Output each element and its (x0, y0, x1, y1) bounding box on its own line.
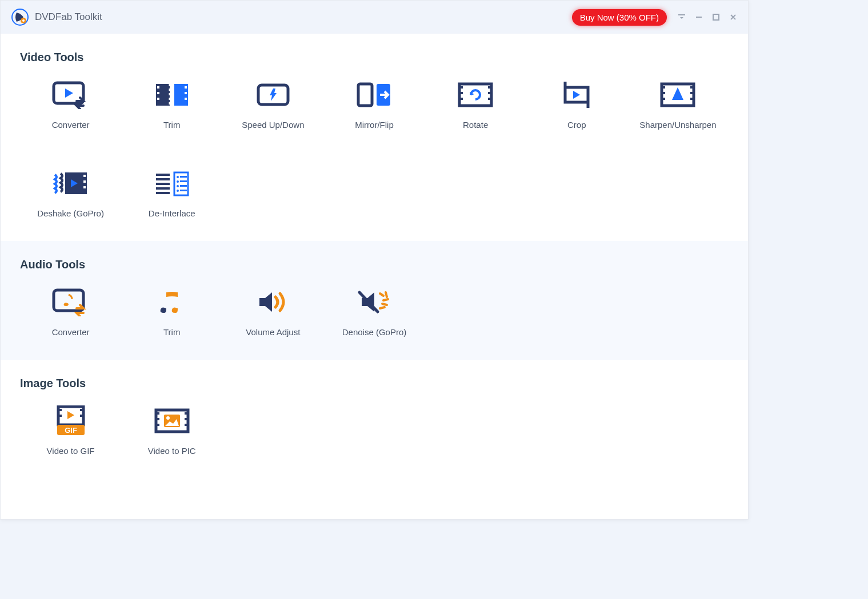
section-title-image: Image Tools (20, 377, 729, 390)
app-title: DVDFab Toolkit (35, 11, 102, 23)
titlebar: DVDFab Toolkit Buy Now (30% OFF) (1, 1, 748, 34)
svg-rect-60 (157, 418, 159, 420)
tool-rotate[interactable]: Rotate (425, 80, 526, 130)
svg-rect-64 (185, 424, 187, 426)
tool-video-to-pic[interactable]: Video to PIC (121, 406, 222, 456)
tool-video-to-gif[interactable]: GIF Video to GIF (20, 406, 121, 456)
svg-rect-22 (488, 86, 490, 89)
tool-label: De-Interlace (149, 208, 195, 218)
svg-text:GIF: GIF (65, 426, 77, 435)
menu-dropdown-icon[interactable] (677, 13, 686, 22)
buy-now-button[interactable]: Buy Now (30% OFF) (572, 9, 667, 26)
app-window: DVDFab Toolkit Buy Now (30% OFF) Video T… (0, 0, 749, 520)
tool-label: Denoise (GoPro) (342, 327, 407, 337)
tool-label: Sharpen/Unsharpen (639, 120, 716, 130)
denoise-icon (354, 287, 395, 317)
tool-deshake[interactable]: Deshake (GoPro) (20, 168, 121, 218)
svg-rect-39 (156, 187, 170, 190)
tool-label: Rotate (463, 120, 488, 130)
converter-icon (50, 80, 91, 110)
svg-rect-14 (185, 98, 187, 100)
section-title-video: Video Tools (20, 51, 729, 64)
audio-tools-grid: Converter Trim (20, 287, 729, 337)
section-title-audio: Audio Tools (20, 258, 729, 271)
svg-point-2 (22, 19, 25, 22)
tool-video-converter[interactable]: Converter (20, 80, 121, 130)
content-area: Video Tools Converter (1, 34, 748, 519)
tool-label: Video to GIF (47, 446, 95, 456)
svg-rect-49 (180, 190, 187, 191)
svg-rect-33 (83, 175, 86, 177)
svg-point-66 (166, 416, 170, 420)
svg-rect-59 (157, 412, 159, 415)
svg-rect-37 (156, 178, 170, 180)
tool-crop[interactable]: Crop (526, 80, 627, 130)
mirror-icon (354, 80, 395, 110)
tool-label: Crop (567, 120, 586, 130)
svg-rect-30 (690, 92, 693, 94)
tool-denoise[interactable]: Denoise (GoPro) (323, 287, 425, 337)
svg-rect-20 (461, 92, 463, 94)
window-controls (677, 13, 738, 22)
tool-speed[interactable]: Speed Up/Down (222, 80, 323, 130)
svg-rect-35 (83, 186, 86, 188)
tool-label: Converter (52, 120, 90, 130)
svg-rect-5 (713, 14, 719, 20)
volume-icon (253, 287, 294, 317)
svg-rect-40 (156, 192, 170, 194)
tool-volume-adjust[interactable]: Volume Adjust (222, 287, 323, 337)
svg-rect-11 (157, 98, 159, 100)
svg-rect-45 (180, 180, 187, 182)
tool-sharpen[interactable]: Sharpen/Unsharpen (627, 80, 729, 130)
tool-video-trim[interactable]: Trim (121, 80, 222, 130)
svg-rect-9 (157, 86, 159, 89)
svg-rect-54 (80, 409, 82, 411)
sharpen-icon (657, 80, 698, 110)
rotate-icon (455, 80, 496, 110)
svg-point-48 (177, 190, 179, 192)
svg-point-44 (177, 180, 179, 183)
tool-deinterlace[interactable]: De-Interlace (121, 168, 222, 218)
tool-label: Volume Adjust (246, 327, 300, 337)
svg-rect-16 (358, 84, 372, 106)
tool-audio-trim[interactable]: Trim (121, 287, 222, 337)
trim-icon (151, 80, 193, 110)
section-video-tools: Video Tools Converter (1, 34, 748, 241)
tool-label: Mirror/Flip (355, 120, 394, 130)
section-image-tools: Image Tools GIF Video to GIF (1, 360, 748, 479)
tool-mirror-flip[interactable]: Mirror/Flip (323, 80, 425, 130)
svg-rect-55 (80, 415, 82, 417)
crop-icon (556, 80, 597, 110)
svg-rect-38 (156, 183, 170, 185)
tool-label: Video to PIC (148, 446, 196, 456)
image-tools-grid: GIF Video to GIF (20, 406, 729, 456)
video-tools-grid: Converter Trim (20, 80, 729, 218)
svg-rect-13 (185, 92, 187, 94)
svg-rect-24 (488, 98, 490, 100)
svg-rect-12 (185, 86, 187, 89)
svg-rect-10 (157, 92, 159, 94)
tool-label: Trim (163, 327, 180, 337)
svg-rect-3 (678, 14, 685, 15)
svg-rect-18 (459, 84, 491, 106)
audio-trim-icon (151, 287, 193, 317)
tool-label: Converter (52, 327, 90, 337)
svg-rect-61 (157, 424, 159, 426)
svg-rect-26 (663, 86, 665, 89)
maximize-button[interactable] (711, 13, 721, 22)
minimize-button[interactable] (694, 13, 703, 22)
svg-rect-43 (180, 176, 187, 178)
svg-rect-29 (690, 86, 693, 89)
gif-icon: GIF (50, 406, 91, 436)
svg-rect-52 (59, 409, 62, 411)
tool-label: Deshake (GoPro) (37, 208, 104, 218)
tool-label: Speed Up/Down (242, 120, 304, 130)
deshake-icon (50, 168, 91, 198)
close-button[interactable] (729, 13, 738, 22)
deinterlace-icon (151, 168, 193, 198)
svg-point-42 (177, 176, 179, 178)
svg-rect-4 (696, 17, 702, 18)
tool-audio-converter[interactable]: Converter (20, 287, 121, 337)
svg-rect-21 (461, 98, 463, 100)
svg-rect-62 (185, 412, 187, 415)
